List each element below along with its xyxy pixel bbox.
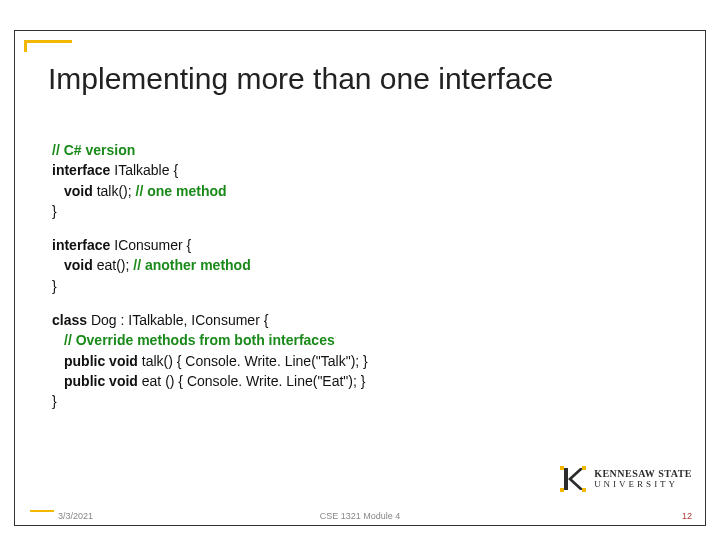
code-text: eat () { Console. Write. Line("Eat"); } xyxy=(138,373,366,389)
code-text: IConsumer { xyxy=(110,237,191,253)
code-block-2: interface IConsumer { void eat(); // ano… xyxy=(52,235,652,296)
code-keyword: void xyxy=(64,183,93,199)
code-keyword: interface xyxy=(52,162,110,178)
code-keyword: class xyxy=(52,312,87,328)
code-keyword: interface xyxy=(52,237,110,253)
code-comment: // Override methods from both interfaces xyxy=(64,332,335,348)
svg-rect-0 xyxy=(564,468,568,490)
code-comment: // C# version xyxy=(52,142,135,158)
footer-course: CSE 1321 Module 4 xyxy=(0,511,720,521)
code-block-3: class Dog : ITalkable, IConsumer { // Ov… xyxy=(52,310,652,411)
code-text: } xyxy=(52,278,57,294)
code-text: Dog : ITalkable, IConsumer { xyxy=(87,312,268,328)
code-text: talk() { Console. Write. Line("Talk"); } xyxy=(138,353,368,369)
code-text: } xyxy=(52,393,57,409)
code-text: talk(); xyxy=(93,183,136,199)
slide-title: Implementing more than one interface xyxy=(48,62,553,96)
code-comment: // another method xyxy=(133,257,250,273)
logo-line2: UNIVERSITY xyxy=(594,480,692,489)
code-block-1: // C# version interface ITalkable { void… xyxy=(52,140,652,221)
code-comment: // one method xyxy=(136,183,227,199)
corner-accent xyxy=(24,40,72,52)
code-text: ITalkable { xyxy=(110,162,178,178)
ksu-logo: KENNESAW STATE UNIVERSITY xyxy=(558,464,692,494)
code-body: // C# version interface ITalkable { void… xyxy=(52,140,652,426)
footer-page-number: 12 xyxy=(682,511,692,521)
code-keyword: public void xyxy=(64,373,138,389)
code-text: } xyxy=(52,203,57,219)
code-text: eat(); xyxy=(93,257,133,273)
ksu-logo-icon xyxy=(558,464,588,494)
ksu-logo-text: KENNESAW STATE UNIVERSITY xyxy=(594,469,692,489)
code-keyword: void xyxy=(64,257,93,273)
logo-line1: KENNESAW STATE xyxy=(594,469,692,480)
code-keyword: public void xyxy=(64,353,138,369)
